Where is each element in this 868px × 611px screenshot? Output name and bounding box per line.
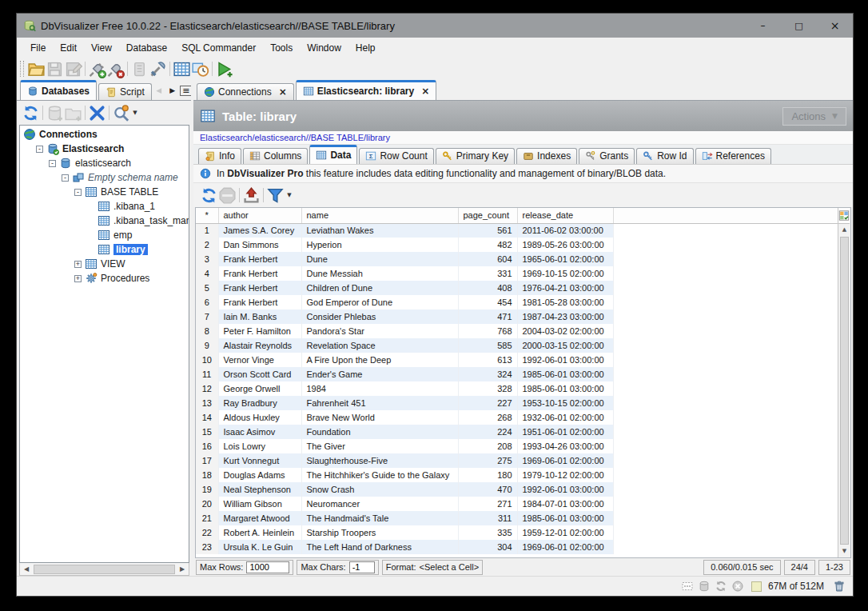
- cell-name[interactable]: God Emperor of Dune: [301, 295, 458, 309]
- cell-release-date[interactable]: 2011-06-02 03:00:00: [517, 223, 613, 238]
- tree-item-emp[interactable]: emp: [20, 228, 189, 242]
- row-number[interactable]: 5: [196, 281, 218, 295]
- cell-name[interactable]: Ender's Game: [301, 367, 458, 381]
- cell-author[interactable]: Ray Bradbury: [218, 396, 301, 410]
- cell-name[interactable]: Starship Troopers: [301, 525, 458, 540]
- cell-release-date[interactable]: 1959-12-01 02:00:00: [517, 525, 613, 540]
- cell-release-date[interactable]: 1985-06-01 03:00:00: [517, 511, 613, 525]
- cell-page-count[interactable]: 304: [458, 540, 517, 554]
- cell-page-count[interactable]: 613: [458, 353, 517, 367]
- cell-name[interactable]: Children of Dune: [301, 281, 458, 295]
- row-number[interactable]: 11: [196, 367, 218, 381]
- monitor-icon[interactable]: [191, 60, 209, 78]
- table-row[interactable]: 22Robert A. HeinleinStarship Troopers335…: [196, 525, 838, 540]
- table-row[interactable]: 18Douglas AdamsThe Hitchhiker's Guide to…: [196, 468, 838, 482]
- tab-script[interactable]: Script: [98, 83, 152, 100]
- subtab-references[interactable]: References: [695, 148, 771, 164]
- cell-release-date[interactable]: 2004-03-02 02:00:00: [517, 324, 613, 338]
- cell-release-date[interactable]: 2000-03-15 02:00:00: [517, 338, 613, 353]
- cell-name[interactable]: Snow Crash: [301, 482, 458, 497]
- cell-name[interactable]: A Fire Upon the Deep: [301, 353, 458, 367]
- tree-item-procedures[interactable]: +Procedures: [20, 271, 189, 286]
- close-tab-icon[interactable]: ×: [279, 86, 287, 98]
- tree-item-base-table[interactable]: -BASE TABLE: [20, 185, 189, 199]
- scroll-left-icon[interactable]: ◀: [20, 563, 33, 575]
- cell-name[interactable]: Neuromancer: [301, 497, 458, 511]
- cell-author[interactable]: Alastair Reynolds: [218, 338, 301, 353]
- scrollbar-thumb[interactable]: [34, 565, 175, 574]
- breadcrumb-link[interactable]: Elasticsearch/elasticsearch//BASE TABLE/…: [200, 133, 390, 142]
- cell-author[interactable]: Neal Stephenson: [218, 482, 301, 497]
- row-number[interactable]: 7: [196, 309, 218, 324]
- tree-item-kibana-task-mana[interactable]: .kibana_task_mana: [20, 214, 189, 228]
- tree-item-elasticsearch[interactable]: -elasticsearch: [20, 156, 189, 170]
- titlebar[interactable]: DbVisualizer Free 10.0.22 - Elasticsearc…: [17, 14, 853, 38]
- cell-name[interactable]: Dune: [301, 252, 458, 266]
- table-row[interactable]: 1James S.A. CoreyLeviathan Wakes5612011-…: [196, 223, 838, 238]
- cell-name[interactable]: The Hitchhiker's Guide to the Galaxy: [301, 468, 458, 482]
- table-row[interactable]: 16Lois LowryThe Giver2081993-04-26 03:00…: [196, 439, 838, 453]
- subtab-data[interactable]: Data: [309, 145, 357, 164]
- collapse-expander[interactable]: -: [36, 146, 43, 153]
- table-row[interactable]: 11Orson Scott CardEnder's Game3241985-06…: [196, 367, 838, 381]
- cell-author[interactable]: Margaret Atwood: [218, 511, 301, 525]
- cell-name[interactable]: 1984: [301, 381, 458, 396]
- menu-help[interactable]: Help: [348, 40, 383, 56]
- cell-name[interactable]: Leviathan Wakes: [301, 223, 458, 238]
- row-number[interactable]: 13: [196, 396, 218, 410]
- menu-window[interactable]: Window: [300, 40, 348, 56]
- tree-item-connections[interactable]: Connections: [20, 127, 189, 142]
- table-row[interactable]: 9Alastair ReynoldsRevelation Space585200…: [196, 338, 838, 353]
- cell-name[interactable]: Brave New World: [301, 410, 458, 425]
- cell-page-count[interactable]: 311: [458, 511, 517, 525]
- table-row[interactable]: 7Iain M. BanksConsider Phlebas4711987-04…: [196, 309, 838, 324]
- cell-release-date[interactable]: 1992-06-01 03:00:00: [517, 482, 613, 497]
- row-number[interactable]: 17: [196, 453, 218, 468]
- scrollbar-thumb[interactable]: [840, 237, 849, 545]
- tree-item-elasticsearch[interactable]: -Elasticsearch: [20, 142, 189, 156]
- menu-tools[interactable]: Tools: [263, 40, 300, 56]
- scroll-up-icon[interactable]: ▲: [838, 224, 850, 236]
- row-number[interactable]: 10: [196, 353, 218, 367]
- cell-page-count[interactable]: 224: [458, 425, 517, 439]
- row-number[interactable]: 18: [196, 468, 218, 482]
- close-button[interactable]: ×: [817, 14, 853, 38]
- actions-button[interactable]: Actions ▼: [782, 107, 846, 126]
- row-number[interactable]: 15: [196, 425, 218, 439]
- cell-name[interactable]: Fahrenheit 451: [301, 396, 458, 410]
- tab-connections[interactable]: Connections×: [197, 83, 294, 100]
- table-row[interactable]: 6Frank HerbertGod Emperor of Dune4541981…: [196, 295, 838, 309]
- cell-page-count[interactable]: 604: [458, 252, 517, 266]
- column-header-page-count[interactable]: page_count: [458, 208, 517, 223]
- subtab-info[interactable]: Info: [198, 148, 241, 164]
- caret-down-icon[interactable]: ▼: [130, 104, 140, 122]
- cell-release-date[interactable]: 1965-06-01 02:00:00: [517, 252, 613, 266]
- memory-indicator[interactable]: [751, 581, 762, 592]
- tree-horizontal-scrollbar[interactable]: ◀ ▶: [19, 563, 189, 576]
- cell-author[interactable]: Aldous Huxley: [218, 410, 301, 425]
- cell-release-date[interactable]: 1981-05-28 03:00:00: [517, 295, 613, 309]
- collapse-expander[interactable]: -: [49, 160, 56, 167]
- max-chars-input[interactable]: [349, 561, 375, 573]
- trash-icon[interactable]: [832, 579, 846, 593]
- cell-author[interactable]: Robert A. Heinlein: [218, 525, 301, 540]
- cell-release-date[interactable]: 1992-06-01 03:00:00: [517, 353, 613, 367]
- table-row[interactable]: 23Ursula K. Le GuinThe Left Hand of Dark…: [196, 540, 838, 554]
- cell-release-date[interactable]: 1969-06-01 02:00:00: [517, 453, 613, 468]
- cell-name[interactable]: Slaughterhouse-Five: [301, 453, 458, 468]
- subtab-grants[interactable]: Grants: [579, 148, 635, 164]
- scroll-right-icon[interactable]: ▶: [176, 563, 189, 575]
- cell-release-date[interactable]: 1932-06-01 02:00:00: [517, 410, 613, 425]
- tree-item-empty-schema-name[interactable]: -Empty schema name: [20, 170, 189, 185]
- subtab-primary-key[interactable]: Primary Key: [436, 148, 515, 164]
- table-row[interactable]: 13Ray BradburyFahrenheit 4512271953-10-1…: [196, 396, 838, 410]
- table-row[interactable]: 20William GibsonNeuromancer2711984-07-01…: [196, 497, 838, 511]
- tab-databases[interactable]: Databases: [20, 80, 97, 100]
- cell-author[interactable]: James S.A. Corey: [218, 223, 301, 238]
- row-number[interactable]: 1: [196, 223, 218, 238]
- cell-release-date[interactable]: 1953-10-15 02:00:00: [517, 396, 613, 410]
- cell-author[interactable]: Kurt Vonnegut: [218, 453, 301, 468]
- row-number[interactable]: 19: [196, 482, 218, 497]
- cell-release-date[interactable]: 1979-10-12 02:00:00: [517, 468, 613, 482]
- collapse-expander[interactable]: -: [62, 174, 69, 182]
